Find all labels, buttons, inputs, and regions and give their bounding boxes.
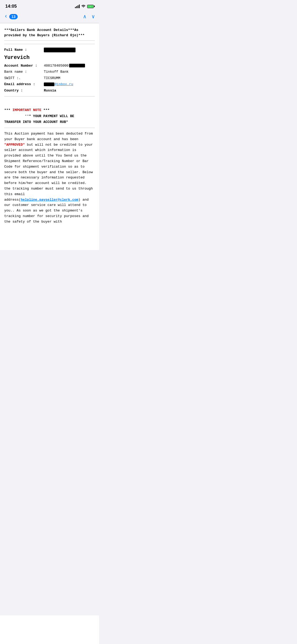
- account-details-section: Full Name : Yurevich Account Number : 40…: [4, 47, 95, 93]
- account-number-label: Account Number :: [4, 63, 44, 68]
- country-value: Russia: [44, 88, 95, 93]
- bank-name-value: Tinkoff Bank: [44, 69, 95, 75]
- signal-bars-icon: [75, 4, 80, 8]
- redacted-account-block: [69, 64, 85, 67]
- status-time: 14:05: [5, 4, 17, 9]
- previous-message-button[interactable]: ∧: [83, 13, 86, 20]
- email-subject-header: ***Sellers Bank Account Details***As pro…: [4, 27, 95, 41]
- email-body: ***Sellers Bank Account Details***As pro…: [0, 23, 99, 229]
- redacted-name-block: [44, 48, 76, 52]
- divider-3: [4, 128, 95, 128]
- country-row: Country : Russia: [4, 88, 95, 93]
- wifi-icon: [81, 4, 86, 8]
- swift-value: TICSRUMM: [44, 76, 95, 81]
- payment-line-1: ''" YOUR PAYMENT WILL BE: [4, 114, 95, 119]
- next-message-button[interactable]: ∨: [92, 13, 95, 20]
- email-body-text: This Auction payment has been deducted f…: [4, 131, 95, 225]
- body-paragraph-2: but will not be credited to your seller …: [4, 143, 93, 202]
- body-paragraph-1: This Auction payment has been deducted f…: [4, 132, 93, 141]
- back-button[interactable]: ‹ 13: [4, 13, 18, 20]
- battery-icon: ⚡: [87, 5, 94, 8]
- name-yurevich: Yurevich: [4, 54, 95, 62]
- full-name-redacted: [44, 47, 95, 53]
- message-count-badge: 13: [9, 14, 18, 19]
- country-label: Country :: [4, 88, 44, 93]
- chevron-left-icon: ‹: [4, 13, 8, 20]
- bank-name-row: Bank name : Tinkoff Bank: [4, 69, 95, 75]
- account-number-row: Account Number : 408178405000: [4, 63, 95, 68]
- full-name-label: Full Name :: [4, 47, 44, 53]
- status-bar: 14:05 ⚡: [0, 0, 99, 11]
- payment-line-2: TRANSFER INTO YOUR ACCOUNT RUB": [4, 119, 95, 125]
- helpline-email-link[interactable]: helpline.payseller@clerk.com: [21, 198, 78, 202]
- nav-bar: ‹ 13 ∧ ∨: [0, 11, 99, 23]
- swift-row: SWIFT :. TICSRUMM: [4, 76, 95, 81]
- account-number-value: 408178405000: [44, 63, 95, 68]
- status-icons: ⚡: [75, 4, 94, 8]
- email-address-label: Email address :: [4, 82, 44, 87]
- email-address-value: @inbox.ru: [44, 82, 95, 87]
- bank-name-label: Bank name :: [4, 69, 44, 75]
- divider-1: [4, 44, 95, 44]
- important-note-section: *** IMPORTANT NOTE *** ''" YOUR PAYMENT …: [4, 108, 95, 125]
- email-row: Email address : @inbox.ru: [4, 82, 95, 87]
- swift-label: SWIFT :.: [4, 76, 44, 81]
- full-name-row: Full Name :: [4, 47, 95, 53]
- important-note-line: *** IMPORTANT NOTE ***: [4, 108, 95, 113]
- redacted-email-block: [44, 82, 54, 86]
- navigation-arrows: ∧ ∨: [83, 13, 95, 20]
- approved-text: "APPROVED": [4, 143, 25, 147]
- divider-2: [4, 96, 95, 96]
